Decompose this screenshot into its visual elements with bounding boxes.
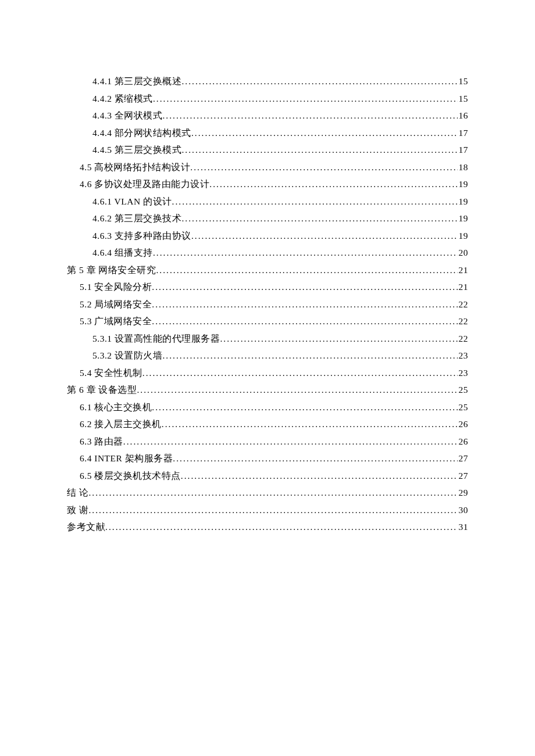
toc-leader-dots	[209, 175, 457, 193]
toc-entry[interactable]: 4.6.2 第三层交换技术 19	[67, 210, 468, 227]
toc-leader-dots	[181, 141, 457, 159]
toc-leader-dots	[152, 278, 457, 296]
toc-leader-dots	[142, 364, 458, 382]
toc-entry[interactable]: 6.3 路由器 26	[67, 433, 468, 450]
toc-entry[interactable]: 第 6 章 设备选型 25	[67, 381, 468, 399]
toc-page-number: 25	[458, 399, 469, 416]
toc-page-number: 30	[458, 501, 469, 519]
toc-page-number: 22	[458, 313, 469, 330]
toc-leader-dots	[105, 518, 458, 536]
toc-page-number: 25	[458, 381, 469, 399]
toc-page-number: 16	[458, 107, 469, 124]
toc-leader-dots	[153, 244, 458, 261]
toc-leader-dots	[152, 296, 457, 313]
toc-page-number: 17	[458, 141, 469, 159]
toc-label: 致 谢	[67, 501, 88, 519]
toc-label: 6.5 楼层交换机技术特点	[80, 467, 181, 485]
toc-label: 4.6 多协议处理及路由能力设计	[80, 175, 209, 193]
toc-leader-dots	[181, 210, 457, 227]
toc-label: 4.6.3 支持多种路由协议	[92, 227, 191, 245]
toc-leader-dots	[162, 107, 457, 124]
toc-label: 5.2 局域网络安全	[80, 296, 152, 313]
toc-leader-dots	[191, 227, 458, 245]
toc-entry[interactable]: 5.3.1 设置高性能的代理服务器 22	[67, 330, 468, 347]
toc-entry[interactable]: 4.5 高校网络拓扑结构设计 18	[67, 159, 468, 176]
toc-entry[interactable]: 4.6 多协议处理及路由能力设计 19	[67, 175, 468, 193]
toc-entry[interactable]: 5.4 安全性机制 23	[67, 364, 468, 382]
toc-label: 4.6.1 VLAN 的设计	[92, 193, 172, 210]
toc-page-number: 21	[458, 278, 469, 296]
toc-entry[interactable]: 参考文献 31	[67, 518, 468, 536]
toc-label: 4.5 高校网络拓扑结构设计	[80, 159, 190, 176]
toc-entry[interactable]: 4.6.1 VLAN 的设计 19	[67, 193, 468, 210]
toc-label: 5.3.1 设置高性能的代理服务器	[92, 330, 220, 347]
toc-page-number: 23	[458, 364, 469, 382]
toc-page-number: 31	[458, 518, 469, 536]
toc-entry[interactable]: 致 谢 30	[67, 501, 468, 519]
toc-leader-dots	[181, 467, 458, 485]
toc-entry[interactable]: 4.4.1 第三层交换概述 15	[67, 73, 468, 90]
toc-entry[interactable]: 4.6.4 组播支持 20	[67, 244, 468, 261]
toc-page-number: 19	[458, 175, 469, 193]
toc-entry[interactable]: 4.4.5 第三层交换模式 17	[67, 141, 468, 159]
toc-entry[interactable]: 4.4.3 全网状模式 16	[67, 107, 468, 124]
toc-entry[interactable]: 5.3 广域网络安全 22	[67, 313, 468, 330]
toc-label: 5.3 广域网络安全	[80, 313, 152, 330]
toc-label: 第 5 章 网络安全研究	[67, 261, 156, 279]
toc-page-number: 29	[458, 484, 469, 501]
toc-label: 5.1 安全风险分析	[80, 278, 152, 296]
toc-page-number: 19	[458, 193, 469, 210]
toc-page-number: 15	[458, 73, 469, 90]
toc-leader-dots	[220, 330, 457, 347]
document-page: 4.4.1 第三层交换概述 15 4.4.2 紧缩模式 15 4.4.3 全网状…	[0, 0, 535, 756]
toc-label: 6.2 接入层主交换机	[80, 415, 162, 433]
toc-page-number: 22	[458, 296, 469, 313]
table-of-contents: 4.4.1 第三层交换概述 15 4.4.2 紧缩模式 15 4.4.3 全网状…	[67, 73, 468, 536]
toc-leader-dots	[190, 159, 457, 176]
toc-entry[interactable]: 结 论 29	[67, 484, 468, 501]
toc-leader-dots	[88, 484, 457, 501]
toc-entry[interactable]: 4.6.3 支持多种路由协议 19	[67, 227, 468, 245]
toc-entry[interactable]: 6.5 楼层交换机技术特点 27	[67, 467, 468, 485]
toc-label: 5.4 安全性机制	[80, 364, 142, 382]
toc-entry[interactable]: 6.2 接入层主交换机 26	[67, 415, 468, 433]
toc-label: 6.1 核心主交换机	[80, 399, 152, 416]
toc-label: 4.4.2 紧缩模式	[92, 90, 153, 108]
toc-page-number: 17	[458, 124, 469, 142]
toc-page-number: 19	[458, 210, 469, 227]
toc-page-number: 22	[458, 330, 469, 347]
toc-label: 4.4.4 部分网状结构模式	[92, 124, 191, 142]
toc-leader-dots	[162, 347, 457, 364]
toc-page-number: 21	[458, 261, 469, 279]
toc-entry[interactable]: 5.3.2 设置防火墙 23	[67, 347, 468, 364]
toc-label: 4.4.1 第三层交换概述	[92, 73, 181, 90]
toc-entry[interactable]: 6.1 核心主交换机 25	[67, 399, 468, 416]
toc-page-number: 20	[458, 244, 469, 261]
toc-entry[interactable]: 6.4 INTER 架构服务器 27	[67, 450, 468, 467]
toc-page-number: 27	[458, 467, 469, 485]
toc-entry[interactable]: 4.4.4 部分网状结构模式 17	[67, 124, 468, 142]
toc-leader-dots	[172, 193, 458, 210]
toc-entry[interactable]: 第 5 章 网络安全研究 21	[67, 261, 468, 279]
toc-leader-dots	[88, 501, 457, 519]
toc-label: 5.3.2 设置防火墙	[92, 347, 162, 364]
toc-leader-dots	[123, 433, 458, 450]
toc-entry[interactable]: 5.2 局域网络安全 22	[67, 296, 468, 313]
toc-leader-dots	[162, 415, 458, 433]
toc-page-number: 15	[458, 90, 469, 108]
toc-label: 第 6 章 设备选型	[67, 381, 137, 399]
toc-page-number: 26	[458, 415, 469, 433]
toc-leader-dots	[156, 261, 457, 279]
toc-leader-dots	[152, 399, 457, 416]
toc-leader-dots	[191, 124, 458, 142]
toc-leader-dots	[181, 73, 457, 90]
toc-page-number: 27	[458, 450, 469, 467]
toc-leader-dots	[173, 450, 457, 467]
toc-label: 4.4.3 全网状模式	[92, 107, 162, 124]
toc-label: 4.4.5 第三层交换模式	[92, 141, 181, 159]
toc-entry[interactable]: 5.1 安全风险分析 21	[67, 278, 468, 296]
toc-label: 4.6.2 第三层交换技术	[92, 210, 181, 227]
toc-leader-dots	[137, 381, 457, 399]
toc-entry[interactable]: 4.4.2 紧缩模式 15	[67, 90, 468, 108]
toc-leader-dots	[153, 90, 458, 108]
